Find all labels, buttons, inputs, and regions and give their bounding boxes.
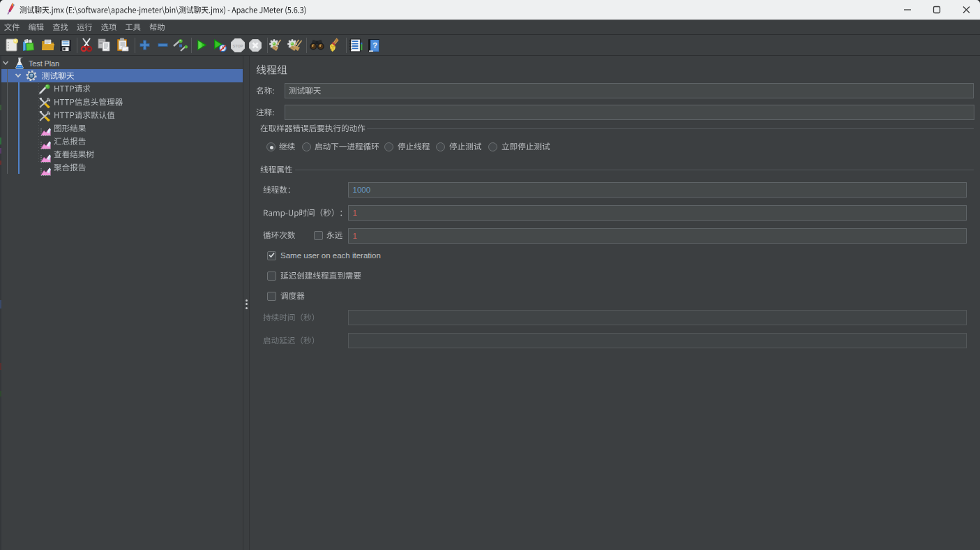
- svg-text:?: ?: [372, 41, 377, 50]
- svg-text:STOP: STOP: [232, 44, 243, 48]
